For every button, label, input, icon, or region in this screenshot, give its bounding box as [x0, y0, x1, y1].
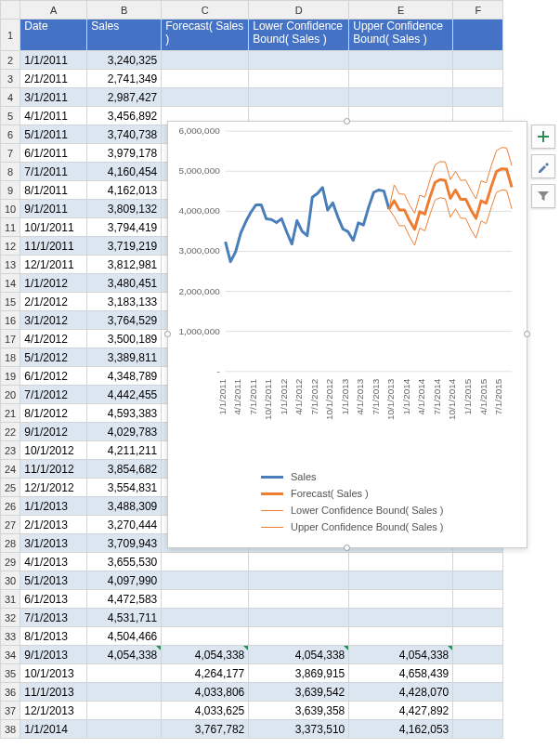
cell[interactable]	[349, 553, 453, 571]
table-header-cell[interactable]: Lower Confidence Bound( Sales )	[249, 20, 349, 51]
table-header-cell[interactable]: Sales	[87, 20, 162, 51]
cell[interactable]: 3,639,542	[249, 683, 349, 702]
cell[interactable]: 4/1/2011	[20, 107, 87, 125]
cell[interactable]	[453, 664, 503, 683]
cell[interactable]: 1/1/2013	[20, 497, 87, 516]
cell[interactable]: 4,054,338	[349, 646, 453, 664]
cell[interactable]	[349, 571, 453, 590]
cell[interactable]	[162, 627, 249, 646]
cell[interactable]: 1/1/2014	[20, 720, 87, 739]
row-header[interactable]: 23	[1, 441, 20, 460]
cell[interactable]: 2/1/2012	[20, 293, 87, 311]
cell[interactable]	[453, 720, 503, 739]
cell[interactable]: 4/1/2012	[20, 330, 87, 348]
cell[interactable]	[453, 590, 503, 609]
row-header[interactable]: 34	[1, 646, 20, 664]
cell[interactable]: 12/1/2011	[20, 256, 87, 274]
row-header[interactable]: 13	[1, 256, 20, 274]
cell[interactable]: 7/1/2011	[20, 163, 87, 181]
row-header[interactable]: 18	[1, 348, 20, 367]
cell[interactable]	[87, 683, 162, 702]
cell[interactable]: 1/1/2012	[20, 274, 87, 293]
row-header[interactable]: 36	[1, 683, 20, 702]
cell[interactable]: 3,812,981	[87, 256, 162, 274]
row-header[interactable]: 20	[1, 386, 20, 404]
cell[interactable]	[162, 51, 249, 70]
row-header[interactable]: 1	[1, 20, 20, 51]
cell[interactable]: 3,480,451	[87, 274, 162, 293]
cell[interactable]	[249, 88, 349, 107]
cell[interactable]	[249, 51, 349, 70]
cell[interactable]: 4,593,383	[87, 404, 162, 423]
cell[interactable]: 4,054,338	[162, 646, 249, 664]
cell[interactable]: 3/1/2012	[20, 311, 87, 330]
row-header[interactable]: 16	[1, 311, 20, 330]
cell[interactable]: 4,658,439	[349, 664, 453, 683]
cell[interactable]: 4,428,070	[349, 683, 453, 702]
cell[interactable]	[249, 571, 349, 590]
forecast-chart[interactable]: -1,000,0002,000,0003,000,0004,000,0005,0…	[167, 121, 527, 548]
row-header[interactable]: 15	[1, 293, 20, 311]
row-header[interactable]: 30	[1, 571, 20, 590]
cell[interactable]: 11/1/2012	[20, 460, 87, 479]
cell[interactable]	[162, 553, 249, 571]
cell[interactable]: 5/1/2012	[20, 348, 87, 367]
cell[interactable]: 4,442,455	[87, 386, 162, 404]
cell[interactable]: 3,389,811	[87, 348, 162, 367]
cell[interactable]: 4,472,583	[87, 590, 162, 609]
cell[interactable]: 6/1/2012	[20, 367, 87, 386]
cell[interactable]	[453, 571, 503, 590]
cell[interactable]	[453, 646, 503, 664]
table-header-cell[interactable]: Date	[20, 20, 87, 51]
row-header[interactable]: 38	[1, 720, 20, 739]
col-header-E[interactable]: E	[349, 1, 453, 20]
cell[interactable]	[349, 51, 453, 70]
cell[interactable]: 2,987,427	[87, 88, 162, 107]
col-header-F[interactable]: F	[453, 1, 503, 20]
cell[interactable]: 7/1/2012	[20, 386, 87, 404]
row-header[interactable]: 31	[1, 590, 20, 609]
cell[interactable]	[249, 553, 349, 571]
cell[interactable]: 7/1/2013	[20, 609, 87, 627]
cell[interactable]: 3/1/2013	[20, 534, 87, 553]
cell[interactable]: 5/1/2013	[20, 571, 87, 590]
cell[interactable]: 3,270,444	[87, 516, 162, 534]
cell[interactable]: 6/1/2011	[20, 144, 87, 163]
col-header-A[interactable]: A	[20, 1, 87, 20]
cell[interactable]: 2,741,349	[87, 70, 162, 88]
cell[interactable]	[162, 571, 249, 590]
cell[interactable]: 3,719,219	[87, 237, 162, 256]
cell[interactable]: 4,531,711	[87, 609, 162, 627]
cell[interactable]: 3,500,189	[87, 330, 162, 348]
table-header-cell[interactable]: Upper Confidence Bound( Sales )	[349, 20, 453, 51]
table-header-cell[interactable]: Forecast( Sales )	[162, 20, 249, 51]
cell[interactable]: 8/1/2012	[20, 404, 87, 423]
cell[interactable]: 4,211,211	[87, 441, 162, 460]
cell[interactable]: 4,097,990	[87, 571, 162, 590]
cell[interactable]: 4,348,789	[87, 367, 162, 386]
cell[interactable]	[249, 70, 349, 88]
row-header[interactable]: 8	[1, 163, 20, 181]
cell[interactable]	[249, 609, 349, 627]
cell[interactable]: 12/1/2012	[20, 479, 87, 497]
cell[interactable]: 3,854,682	[87, 460, 162, 479]
row-header[interactable]: 9	[1, 181, 20, 200]
row-header[interactable]: 5	[1, 107, 20, 125]
cell[interactable]: 4,054,338	[87, 646, 162, 664]
cell[interactable]: 3,655,530	[87, 553, 162, 571]
row-header[interactable]: 21	[1, 404, 20, 423]
cell[interactable]: 10/1/2013	[20, 664, 87, 683]
cell[interactable]: 3,809,132	[87, 200, 162, 218]
cell[interactable]: 3,979,178	[87, 144, 162, 163]
cell[interactable]	[349, 88, 453, 107]
cell[interactable]: 12/1/2013	[20, 702, 87, 720]
row-header[interactable]: 3	[1, 70, 20, 88]
cell[interactable]: 4,033,625	[162, 702, 249, 720]
select-all-corner[interactable]	[1, 1, 20, 20]
cell[interactable]	[453, 702, 503, 720]
chart-styles-button[interactable]	[531, 154, 555, 178]
row-header[interactable]: 29	[1, 553, 20, 571]
cell[interactable]: 3,488,309	[87, 497, 162, 516]
cell[interactable]: 4,264,177	[162, 664, 249, 683]
cell[interactable]: 3,373,510	[249, 720, 349, 739]
